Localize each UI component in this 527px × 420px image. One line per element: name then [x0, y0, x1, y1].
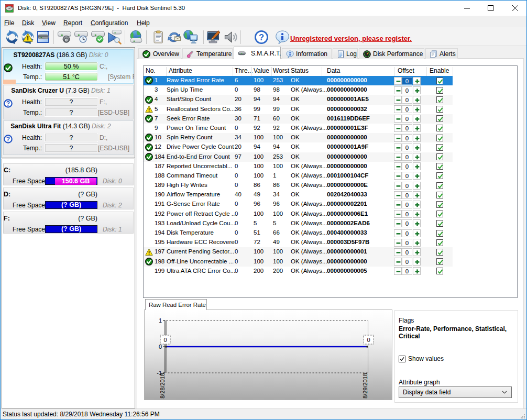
svg-text:0: 0	[367, 337, 370, 343]
svg-text:?: ?	[6, 100, 10, 107]
svg-text:?: ?	[6, 136, 10, 143]
svg-text:?: ?	[259, 32, 264, 42]
svg-text:0: 0	[163, 337, 167, 343]
svg-text:0: 0	[159, 344, 162, 350]
svg-text:1: 1	[159, 317, 162, 324]
